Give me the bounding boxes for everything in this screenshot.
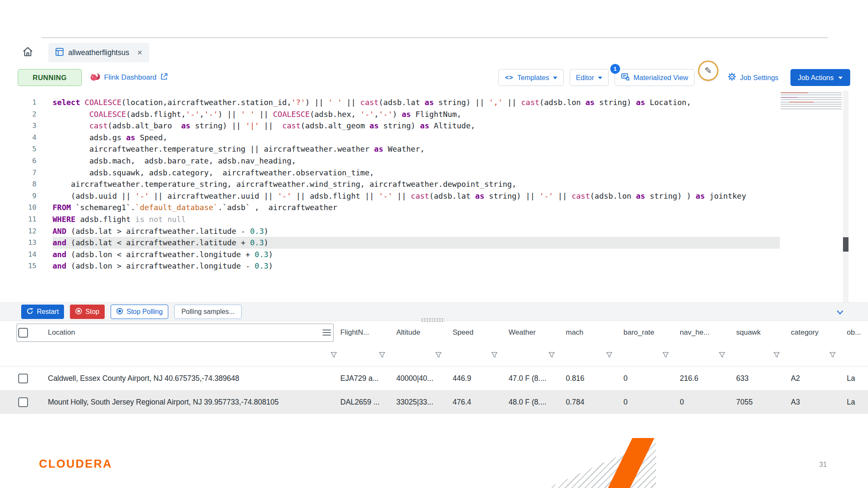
filter-icon[interactable] xyxy=(379,352,385,358)
notification-badge: 1 xyxy=(610,64,620,74)
code-line[interactable]: 14and (adsb.lon < aircraftweather.longit… xyxy=(0,249,868,261)
editor-scrollbar-thumb[interactable] xyxy=(843,237,849,252)
close-tab-icon[interactable]: ✕ xyxy=(137,49,142,57)
filter-icon[interactable] xyxy=(719,352,725,358)
code-text: and (adsb.lon > aircraftweather.longitud… xyxy=(53,260,273,272)
line-number: 15 xyxy=(0,260,36,272)
code-text: FROM `schemareg1`.`default_database`.`ad… xyxy=(53,202,337,214)
column-header-ob[interactable]: ob... xyxy=(847,328,868,337)
table-row[interactable]: Caldwell, Essex County Airport, NJ 40.67… xyxy=(0,366,868,390)
job-tab-icon xyxy=(55,47,64,58)
polling-samples-button[interactable]: Polling samples... xyxy=(174,305,242,319)
stop-button[interactable]: Stop xyxy=(70,305,105,319)
row-checkbox[interactable] xyxy=(18,397,28,407)
column-header-squawk[interactable]: squawk xyxy=(736,328,791,337)
tab-allweatherflightsus[interactable]: allweatherflightsus ✕ xyxy=(48,43,149,62)
editor-menu-label: Editor xyxy=(576,74,594,82)
cell-barorate: 0 xyxy=(623,398,680,407)
code-text: cast(adsb.alt_baro as string) || '|' || … xyxy=(53,120,475,132)
filter-icon[interactable] xyxy=(773,352,780,358)
filter-icon[interactable] xyxy=(331,352,337,358)
table-row[interactable]: Mount Holly, South Jersey Regional Airpo… xyxy=(0,390,868,414)
code-text: AND (adsb.lat > aircraftweather.latitude… xyxy=(53,225,268,237)
select-all-checkbox[interactable] xyxy=(18,328,28,338)
code-text: WHERE adsb.flight is not null xyxy=(53,214,186,225)
filter-cell-navhe xyxy=(680,352,736,358)
filter-icon[interactable] xyxy=(829,352,836,358)
cell-mach: 0.784 xyxy=(566,398,623,407)
code-text: and (adsb.lon < aircraftweather.longitud… xyxy=(53,249,273,261)
home-button[interactable] xyxy=(18,43,37,62)
column-label: Weather xyxy=(509,328,536,336)
stop-polling-label: Stop Polling xyxy=(127,308,163,316)
editor-menu-button[interactable]: Editor xyxy=(570,69,609,86)
column-header-speed[interactable]: Speed xyxy=(453,328,509,337)
code-line[interactable]: 3 cast(adsb.alt_baro as string) || '|' |… xyxy=(0,120,868,132)
editor-scrollbar-track[interactable] xyxy=(843,91,849,319)
slide-divider xyxy=(42,37,828,38)
cell-weather: 48.0 F (8.... xyxy=(509,398,566,407)
filter-cell-mach xyxy=(566,352,623,358)
code-line[interactable]: 10FROM `schemareg1`.`default_database`.`… xyxy=(0,202,868,214)
column-label: nav_he... xyxy=(680,328,709,336)
code-line[interactable]: 4 adsb.gs as Speed, xyxy=(0,132,868,144)
materialized-view-label: Materialized View xyxy=(634,74,688,82)
code-line[interactable]: 9 (adsb.uuid || '-' || aircraftweather.u… xyxy=(0,190,868,202)
filter-icon[interactable] xyxy=(548,352,555,358)
templates-button[interactable]: <> Templates xyxy=(498,69,563,86)
external-link-icon xyxy=(160,73,168,83)
templates-label: Templates xyxy=(517,74,549,82)
sql-editor[interactable]: 1select COALESCE(location,aircraftweathe… xyxy=(0,90,868,321)
stop-circle-icon xyxy=(116,308,123,316)
page-number: 31 xyxy=(819,461,827,469)
cell-ob: La xyxy=(847,398,868,407)
filter-cell-barorate xyxy=(623,352,680,358)
column-header-weather[interactable]: Weather xyxy=(509,328,566,337)
job-actions-button[interactable]: Job Actions xyxy=(790,69,850,86)
status-badge: RUNNING xyxy=(18,69,82,86)
collapse-results-chevron-icon[interactable] xyxy=(835,307,845,319)
tab-bar: allweatherflightsus ✕ xyxy=(18,42,149,63)
filter-icon[interactable] xyxy=(491,352,498,358)
code-line[interactable]: 13and (adsb.lat < aircraftweather.latitu… xyxy=(0,237,868,249)
flink-dashboard-link[interactable]: Flink Dashboard xyxy=(89,71,168,84)
column-header-flightn[interactable]: FlightN... xyxy=(340,328,396,337)
editor-minimap xyxy=(781,92,842,110)
cell-flightn: EJA729 a... xyxy=(340,374,396,383)
home-icon xyxy=(22,46,33,59)
restart-button[interactable]: Restart xyxy=(21,305,64,319)
stop-polling-button[interactable]: Stop Polling xyxy=(111,305,168,319)
filter-icon[interactable] xyxy=(662,352,669,358)
column-label: squawk xyxy=(736,328,761,336)
code-line[interactable]: 11WHERE adsb.flight is not null xyxy=(0,214,868,225)
code-line[interactable]: 6 adsb.mach, adsb.baro_rate, adsb.nav_he… xyxy=(0,155,868,167)
column-header-navhe[interactable]: nav_he... xyxy=(680,328,736,337)
column-label: baro_rate xyxy=(623,328,654,336)
code-line[interactable]: 5 aircraftweather.temperature_string || … xyxy=(0,143,868,155)
code-line[interactable]: 8 aircraftweather.temperature_string, ai… xyxy=(0,178,868,190)
column-header-mach[interactable]: mach xyxy=(566,328,623,337)
flink-logo-icon xyxy=(89,71,100,84)
code-line[interactable]: 15and (adsb.lon > aircraftweather.longit… xyxy=(0,260,868,272)
line-number: 14 xyxy=(0,249,36,261)
row-checkbox[interactable] xyxy=(18,374,28,383)
column-header-category[interactable]: category xyxy=(791,328,847,337)
code-line[interactable]: 12AND (adsb.lat > aircraftweather.latitu… xyxy=(0,225,868,237)
filter-icon[interactable] xyxy=(435,352,442,358)
column-header-barorate[interactable]: baro_rate xyxy=(623,328,680,337)
materialized-view-button[interactable]: 1 Materialized View xyxy=(615,69,695,86)
cell-navhe: 216.6 xyxy=(680,374,736,383)
slide: allweatherflightsus ✕ RUNNING Flink Dash… xyxy=(0,0,868,488)
row-select-cell xyxy=(17,397,40,407)
cell-flightn: DAL2659 ... xyxy=(340,398,396,407)
cell-mach: 0.816 xyxy=(566,374,623,383)
filter-icon[interactable] xyxy=(606,352,612,358)
column-header-altitude[interactable]: Altitude xyxy=(396,328,453,337)
code-line[interactable]: 7 adsb.squawk, adsb.category, aircraftwe… xyxy=(0,167,868,179)
job-settings-button[interactable]: Job Settings xyxy=(722,69,785,86)
column-header-location[interactable]: Location xyxy=(40,328,340,337)
code-line[interactable]: 1select COALESCE(location,aircraftweathe… xyxy=(0,97,868,108)
code-line[interactable]: 2 COALESCE(adsb.flight,'-','-') || ' ' |… xyxy=(0,108,868,120)
select-all-cell xyxy=(17,328,40,338)
column-menu-icon[interactable] xyxy=(323,330,331,336)
